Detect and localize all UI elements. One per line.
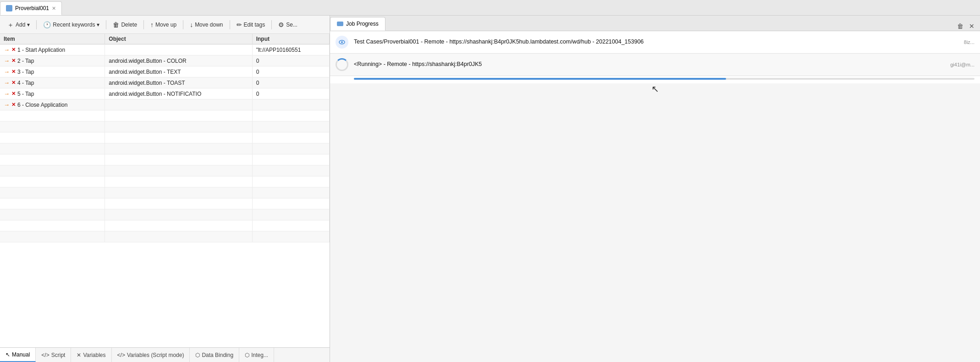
table-cell-input: 0 xyxy=(252,55,329,66)
job-progress-tab[interactable]: Job Progress xyxy=(330,17,385,31)
item-text: 3 - Tap xyxy=(17,69,34,75)
integ-icon: ⬡ xyxy=(245,352,249,358)
delete-icon: 🗑 xyxy=(113,22,119,28)
x-icon: ✕ xyxy=(11,69,16,75)
x-icon: ✕ xyxy=(11,58,16,64)
table-cell-input: "lt://APP10160551 xyxy=(252,44,329,55)
table-row-empty xyxy=(0,198,330,209)
tab-script[interactable]: </> Script xyxy=(36,348,71,362)
table-row-empty xyxy=(0,165,330,176)
progress-row-1[interactable]: Test Cases/Proverbial001 - Remote - http… xyxy=(330,31,980,54)
edit-tags-icon: ✏ xyxy=(237,22,242,28)
move-down-label: Move down xyxy=(195,22,223,28)
table-row[interactable]: →✕6 - Close Application xyxy=(0,99,330,110)
table-row[interactable]: →✕1 - Start Application"lt://APP10160551 xyxy=(0,44,330,55)
table-row-empty xyxy=(0,231,330,242)
variables-label: Variables xyxy=(83,352,105,358)
delete-button[interactable]: 🗑 Delete xyxy=(109,20,141,29)
arrow-right-icon: → xyxy=(4,79,10,86)
tab-manual[interactable]: ↖ Manual xyxy=(0,348,36,362)
progress-bar-track xyxy=(354,78,974,80)
settings-button[interactable]: ⚙ Se... xyxy=(275,20,301,29)
settings-icon: ⚙ xyxy=(278,22,284,28)
arrow-right-icon: → xyxy=(4,68,10,75)
progress-bar-row xyxy=(330,76,980,83)
bottom-tabs: ↖ Manual </> Script ✕ Variables </> Vari… xyxy=(0,347,330,362)
table-cell-input: 0 xyxy=(252,66,329,77)
proverbial-tab[interactable]: Proverbial001 ✕ xyxy=(0,1,62,15)
table-cell-object xyxy=(105,44,252,55)
separator-4 xyxy=(183,20,183,29)
table-row-empty xyxy=(0,132,330,143)
x-icon: ✕ xyxy=(11,102,16,108)
move-up-button[interactable]: ↑ Move up xyxy=(147,20,180,29)
delete-all-button[interactable]: 🗑 xyxy=(955,22,965,31)
eye-icon xyxy=(336,36,348,49)
table-cell-item: →✕1 - Start Application xyxy=(0,44,105,55)
svg-point-1 xyxy=(341,41,343,43)
table-cell-item: →✕2 - Tap xyxy=(0,55,105,66)
table-row[interactable]: →✕2 - Tapandroid.widget.Button - COLOR0 xyxy=(0,55,330,66)
right-tab-bar: Job Progress 🗑 ✕ xyxy=(330,16,980,31)
progress-row-1-text: Test Cases/Proverbial001 - Remote - http… xyxy=(354,38,958,46)
variables-icon: ✕ xyxy=(77,352,81,358)
integ-label: Integ... xyxy=(251,352,268,358)
move-down-icon: ↓ xyxy=(190,22,193,28)
item-text: 4 - Tap xyxy=(17,80,34,86)
table-row-empty xyxy=(0,176,330,187)
tab-close-icon[interactable]: ✕ xyxy=(52,5,56,11)
separator-2 xyxy=(106,20,106,29)
progress-content: Test Cases/Proverbial001 - Remote - http… xyxy=(330,31,980,362)
table-cell-input xyxy=(252,99,329,110)
script-label: Script xyxy=(51,352,66,358)
table-row[interactable]: →✕5 - Tapandroid.widget.Button - NOTIFIC… xyxy=(0,88,330,99)
arrow-right-icon: → xyxy=(4,101,10,108)
table-row-empty xyxy=(0,110,330,121)
recent-icon: 🕐 xyxy=(43,22,51,28)
recent-label: Recent keywords xyxy=(53,22,95,28)
variables-script-label: Variables (Script mode) xyxy=(127,352,184,358)
table-cell-item: →✕4 - Tap xyxy=(0,77,105,88)
separator-5 xyxy=(230,20,230,29)
add-dropdown-icon: ▾ xyxy=(27,22,30,28)
table-row[interactable]: →✕3 - Tapandroid.widget.Button - TEXT0 xyxy=(0,66,330,77)
move-up-label: Move up xyxy=(155,22,176,28)
move-up-icon: ↑ xyxy=(150,22,154,28)
table-cell-object xyxy=(105,99,252,110)
progress-row-2-main: <Running> - Remote - https://shashankj:B… xyxy=(354,61,945,67)
add-button[interactable]: ＋ Add ▾ xyxy=(4,20,33,29)
x-icon: ✕ xyxy=(11,47,16,53)
object-column-header: Object xyxy=(105,34,252,44)
recent-keywords-button[interactable]: 🕐 Recent keywords ▾ xyxy=(39,20,103,29)
job-progress-tab-icon xyxy=(337,22,343,26)
cursor-area: ↖ xyxy=(330,83,980,94)
table-cell-input: 0 xyxy=(252,77,329,88)
table-row-empty xyxy=(0,143,330,154)
tab-data-binding[interactable]: ⬡ Data Binding xyxy=(190,348,239,362)
table-cell-item: →✕6 - Close Application xyxy=(0,99,105,110)
tab-variables-script[interactable]: </> Variables (Script mode) xyxy=(112,348,190,362)
item-text: 2 - Tap xyxy=(17,58,34,64)
spinner-icon xyxy=(336,58,348,71)
close-panel-button[interactable]: ✕ xyxy=(967,22,976,31)
progress-row-1-main: Test Cases/Proverbial001 - Remote - http… xyxy=(354,38,958,45)
tab-integ[interactable]: ⬡ Integ... xyxy=(239,348,274,362)
recent-dropdown-icon: ▾ xyxy=(97,22,99,28)
tab-label: Proverbial001 xyxy=(15,5,49,11)
x-icon: ✕ xyxy=(11,80,16,86)
edit-tags-button[interactable]: ✏ Edit tags xyxy=(233,20,269,29)
left-panel: ＋ Add ▾ 🕐 Recent keywords ▾ 🗑 Delete ↑ M… xyxy=(0,16,330,362)
item-text: 6 - Close Application xyxy=(17,102,67,108)
table-cell-object: android.widget.Button - COLOR xyxy=(105,55,252,66)
delete-label: Delete xyxy=(121,22,137,28)
table-row-empty xyxy=(0,121,330,132)
tab-variables[interactable]: ✕ Variables xyxy=(71,348,111,362)
move-down-button[interactable]: ↓ Move down xyxy=(186,20,226,29)
variables-script-icon: </> xyxy=(117,352,125,358)
table-row[interactable]: →✕4 - Tapandroid.widget.Button - TOAST0 xyxy=(0,77,330,88)
progress-row-2[interactable]: <Running> - Remote - https://shashankj:B… xyxy=(330,54,980,76)
table-body: →✕1 - Start Application"lt://APP10160551… xyxy=(0,44,330,242)
separator-6 xyxy=(271,20,272,29)
arrow-right-icon: → xyxy=(4,57,10,64)
tab-icon xyxy=(6,5,12,11)
